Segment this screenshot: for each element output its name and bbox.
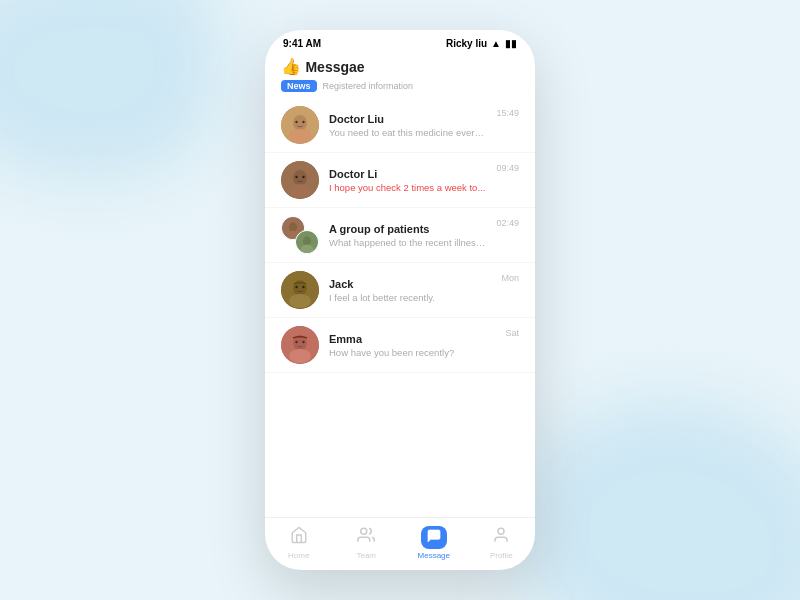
msg-preview-doctor-li: I hope you check 2 times a week to... [329,182,486,193]
svg-point-23 [289,349,311,363]
bottom-nav: Home Team Message [265,517,535,570]
msg-time-doctor-liu: 15:49 [496,108,519,118]
msg-time-emma: Sat [505,328,519,338]
message-list: Doctor Liu You need to eat this medicine… [265,98,535,517]
message-item-group[interactable]: A group of patients What happened to the… [265,208,535,263]
svg-point-19 [295,286,297,288]
svg-point-20 [302,286,304,288]
svg-point-14 [303,237,311,246]
msg-name-jack: Jack [329,278,491,290]
nav-label-team: Team [356,551,376,560]
message-item-jack[interactable]: Jack I feel a lot better recently. Mon [265,263,535,318]
svg-point-2 [289,129,311,143]
battery-icon: ▮▮ [505,38,517,49]
msg-name-emma: Emma [329,333,495,345]
nav-item-message[interactable]: Message [400,526,468,560]
svg-point-9 [302,176,304,178]
svg-point-27 [498,528,504,534]
msg-content-doctor-li: Doctor Li I hope you check 2 times a wee… [329,168,486,193]
home-icon [290,526,308,549]
msg-time-group: 02:49 [496,218,519,228]
msg-preview-doctor-liu: You need to eat this medicine every day. [329,127,486,138]
svg-point-8 [295,176,297,178]
msg-preview-emma: How have you been recently? [329,347,495,358]
svg-point-7 [289,184,311,198]
app-header: 👍 Messgae News Registered information [265,53,535,98]
nav-label-home: Home [288,551,309,560]
app-title-row: 👍 Messgae [281,57,519,76]
svg-point-18 [289,294,311,308]
status-right: Ricky liu ▲ ▮▮ [446,38,517,49]
msg-preview-jack: I feel a lot better recently. [329,292,491,303]
svg-point-1 [293,115,307,131]
msg-name-doctor-li: Doctor Li [329,168,486,180]
app-title: Messgae [305,59,364,75]
group-avatar-2 [295,230,319,254]
message-item-doctor-li[interactable]: Doctor Li I hope you check 2 times a wee… [265,153,535,208]
avatar-doctor-liu [281,106,319,144]
bg-blob-right [520,400,800,600]
status-bar: 9:41 AM Ricky liu ▲ ▮▮ [265,30,535,53]
app-subtitle: Registered information [323,81,414,91]
msg-name-doctor-liu: Doctor Liu [329,113,486,125]
svg-point-6 [293,170,307,186]
avatar-emma [281,326,319,364]
svg-point-4 [302,121,304,123]
svg-point-26 [361,528,367,534]
nav-item-home[interactable]: Home [265,526,333,560]
status-time: 9:41 AM [283,38,321,49]
msg-time-doctor-li: 09:49 [496,163,519,173]
phone-frame: 9:41 AM Ricky liu ▲ ▮▮ 👍 Messgae News Re… [265,30,535,570]
message-item-emma[interactable]: Emma How have you been recently? Sat [265,318,535,373]
nav-item-team[interactable]: Team [333,526,401,560]
message-icon [421,526,447,549]
avatar-jack [281,271,319,309]
status-user: Ricky liu [446,38,487,49]
msg-content-jack: Jack I feel a lot better recently. [329,278,491,303]
nav-item-profile[interactable]: Profile [468,526,536,560]
wifi-icon: ▲ [491,38,501,49]
msg-content-emma: Emma How have you been recently? [329,333,495,358]
svg-point-3 [295,121,297,123]
avatar-group-patients [281,216,319,254]
bg-blob-left [0,0,220,180]
svg-point-24 [295,341,297,343]
header-icon: 👍 [281,58,305,75]
nav-label-message: Message [418,551,450,560]
svg-point-25 [302,341,304,343]
avatar-doctor-li [281,161,319,199]
msg-content-doctor-liu: Doctor Liu You need to eat this medicine… [329,113,486,138]
svg-point-17 [293,280,307,296]
svg-point-11 [289,223,297,232]
msg-preview-group: What happened to the recent illness... [329,237,486,248]
nav-label-profile: Profile [490,551,513,560]
profile-icon [492,526,510,549]
news-badge[interactable]: News [281,80,317,92]
msg-name-group: A group of patients [329,223,486,235]
team-icon [357,526,375,549]
message-item-doctor-liu[interactable]: Doctor Liu You need to eat this medicine… [265,98,535,153]
msg-content-group: A group of patients What happened to the… [329,223,486,248]
msg-time-jack: Mon [501,273,519,283]
